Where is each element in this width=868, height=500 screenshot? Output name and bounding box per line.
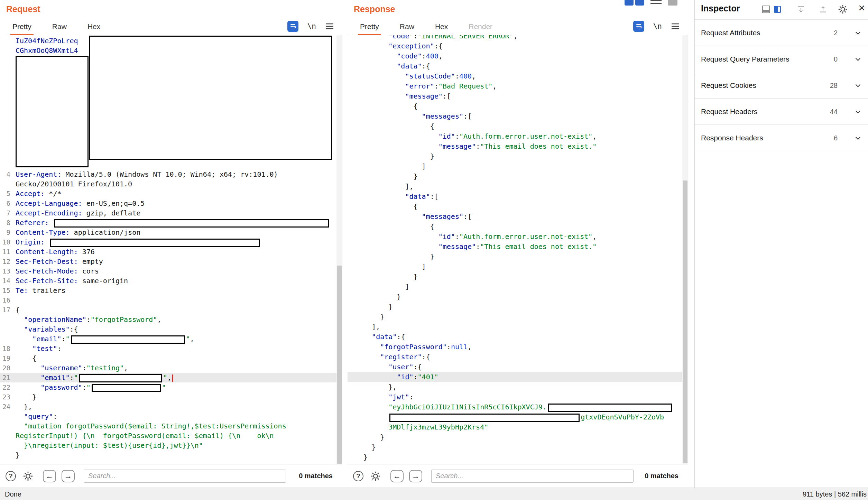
code-line[interactable]: 23 } [0, 392, 336, 402]
code-line[interactable]: } [348, 151, 682, 161]
code-line[interactable]: "id":"Auth.form.error.user.not-exist", [348, 131, 682, 141]
tabs-layout-icon[interactable] [668, 0, 677, 6]
code-line[interactable]: } [0, 450, 336, 460]
tab-raw[interactable]: Raw [50, 22, 69, 35]
code-line[interactable]: "eyJhbGciOiJIUzI1NiIsInR5cCI6IkpXVCJ9. [348, 402, 682, 412]
menu-icon[interactable] [671, 22, 680, 30]
prev-match-button[interactable]: ← [390, 470, 404, 482]
close-icon[interactable]: × [856, 1, 868, 15]
code-line[interactable]: 20 "username":"testing", [0, 363, 336, 373]
code-line[interactable]: 12Sec-Fetch-Dest: empty [0, 257, 336, 266]
code-line[interactable]: 7Accept-Encoding: gzip, deflate [0, 208, 336, 218]
code-line[interactable]: } [348, 312, 682, 322]
code-line[interactable]: 18 "test": [0, 344, 336, 353]
inspector-section-request-cookies[interactable]: Request Cookies28 [695, 72, 868, 99]
code-line[interactable]: 11Content-Length: 376 [0, 247, 336, 257]
code-line[interactable]: "exception":{ [348, 41, 682, 51]
code-line[interactable]: 22 "password":"" [0, 382, 336, 392]
code-line[interactable]: 17{ [0, 305, 336, 315]
inspector-section-response-headers[interactable]: Response Headers6 [695, 125, 868, 151]
code-line[interactable]: } [348, 172, 682, 182]
code-line[interactable]: } [348, 452, 682, 462]
code-line[interactable]: }, [348, 382, 682, 392]
tab-pretty[interactable]: Pretty [10, 22, 34, 35]
code-line[interactable]: "code":400, [348, 51, 682, 61]
code-line[interactable]: { [348, 202, 682, 212]
code-line[interactable]: "error":"Bad Request", [348, 81, 682, 91]
code-line[interactable]: ], [348, 322, 682, 332]
code-line[interactable]: ] [348, 282, 682, 292]
code-line[interactable]: ] [348, 161, 682, 172]
code-line[interactable]: { [348, 101, 682, 111]
tab-render[interactable]: Render [467, 22, 495, 35]
code-line[interactable]: "mutation forgotPassword($email: String!… [0, 421, 336, 431]
next-match-button[interactable]: → [409, 470, 422, 482]
code-line[interactable]: 5Accept: */* [0, 189, 336, 198]
code-line[interactable]: "query": [0, 411, 336, 421]
code-line[interactable]: { [348, 222, 682, 232]
tab-raw[interactable]: Raw [398, 22, 416, 35]
code-line[interactable]: ], [348, 182, 682, 192]
code-line[interactable]: "messages":[ [348, 212, 682, 222]
code-line[interactable]: ] [348, 262, 682, 272]
code-line[interactable]: 19 { [0, 353, 336, 363]
code-line[interactable]: 4User-Agent: Mozilla/5.0 (Windows NT 10.… [0, 169, 336, 179]
inspector-section-request-query-parameters[interactable]: Request Query Parameters0 [695, 46, 868, 72]
code-line[interactable]: "jwt": [348, 392, 682, 402]
help-icon[interactable]: ? [353, 471, 363, 481]
code-line[interactable]: } [348, 252, 682, 262]
scrollbar-thumb[interactable] [337, 266, 342, 464]
request-scrollbar[interactable] [336, 35, 342, 464]
code-line[interactable]: { [348, 121, 682, 131]
code-line[interactable]: "forgotPassword":null, [348, 342, 682, 352]
tab-hex[interactable]: Hex [433, 22, 450, 35]
code-line[interactable]: } [348, 292, 682, 302]
gear-icon[interactable] [370, 471, 381, 481]
code-line[interactable]: 14Sec-Fetch-Site: same-origin [0, 276, 336, 286]
gear-icon[interactable] [838, 4, 848, 14]
code-line[interactable]: "message":"This email does not exist." [348, 242, 682, 252]
request-editor[interactable]: IuZ04fNeZPoLreqCGhxmOoQ8WXmtL44User-Agen… [0, 35, 342, 464]
code-line[interactable]: "operationName":"forgotPassword", [0, 315, 336, 324]
code-line[interactable]: 24 }, [0, 402, 336, 411]
request-search-input[interactable] [84, 470, 286, 483]
code-line[interactable]: 3MDlfjx3mzwL39ybHp2Krs4" [348, 422, 682, 432]
prev-match-button[interactable]: ← [43, 470, 56, 482]
show-newlines-icon[interactable]: \n [307, 22, 316, 30]
code-line[interactable]: "data":{ [348, 61, 682, 71]
response-scrollbar[interactable] [682, 35, 688, 464]
code-line[interactable]: "message":"This email does not exist." [348, 141, 682, 151]
code-line[interactable]: 16 [0, 295, 336, 305]
inspector-section-request-attributes[interactable]: Request Attributes2 [695, 20, 868, 46]
help-icon[interactable]: ? [6, 471, 16, 481]
code-line[interactable]: }\nregister(input: $test){user{id},jwt}}… [0, 441, 336, 450]
expand-all-icon[interactable] [796, 5, 805, 14]
columns-layout-icon[interactable] [625, 0, 644, 6]
tab-pretty[interactable]: Pretty [358, 22, 381, 35]
gear-icon[interactable] [23, 471, 33, 481]
menu-icon[interactable] [325, 22, 334, 30]
code-line[interactable]: "data":{ [348, 332, 682, 342]
code-line[interactable]: "email":"", [0, 334, 336, 344]
code-line[interactable]: "user":{ [348, 362, 682, 372]
code-line[interactable]: "messages":[ [348, 111, 682, 121]
show-newlines-icon[interactable]: \n [653, 22, 662, 30]
code-line[interactable]: 15Te: trailers [0, 286, 336, 295]
code-line[interactable]: RegisterInput!) {\n forgotPassword(email… [0, 431, 336, 441]
code-line[interactable]: "statusCode":400, [348, 71, 682, 81]
code-line[interactable]: 21 "email":"", [0, 373, 336, 382]
code-line[interactable]: 13Sec-Fetch-Mode: cors [0, 266, 336, 276]
code-line[interactable]: } [348, 302, 682, 312]
dock-bottom-icon[interactable] [762, 6, 770, 13]
code-line[interactable]: "data":[ [348, 192, 682, 202]
response-editor[interactable]: "code":"INTERNAL_SERVER_ERROR", "excepti… [348, 35, 688, 464]
code-line[interactable]: 8Referer: [0, 218, 336, 228]
code-line[interactable]: gtxvDEqnSVuPbY-2ZoVb [348, 412, 682, 422]
code-line[interactable]: } [348, 442, 682, 452]
word-wrap-icon[interactable] [633, 21, 644, 32]
code-line[interactable]: } [348, 272, 682, 282]
scrollbar-thumb[interactable] [683, 180, 687, 463]
rows-layout-icon[interactable] [650, 0, 662, 6]
code-line[interactable]: Gecko/20100101 Firefox/101.0 [0, 179, 336, 189]
code-line[interactable]: "code":"INTERNAL_SERVER_ERROR", [348, 35, 682, 41]
